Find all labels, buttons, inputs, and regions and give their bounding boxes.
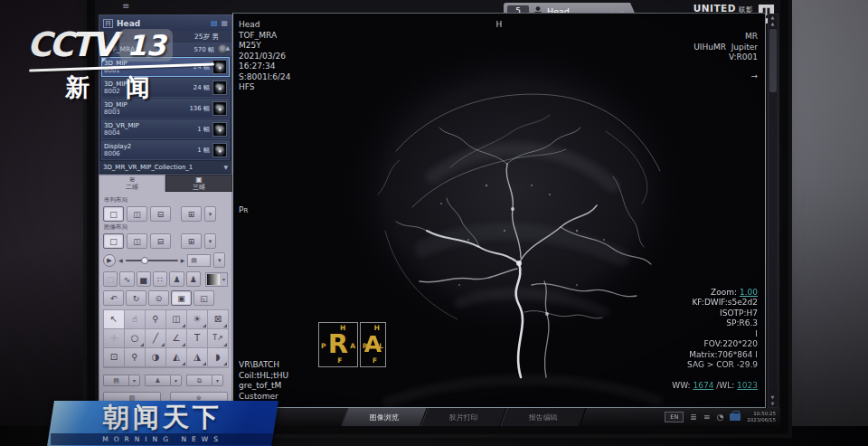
orientation-cube-a: A H R L F: [360, 322, 386, 367]
tab-film-print[interactable]: 胶片打印: [420, 408, 506, 426]
reset-view-icon[interactable]: ▢: [103, 271, 118, 287]
cine-end-icon[interactable]: ▶: [181, 257, 185, 263]
gradient-icon: [207, 274, 220, 285]
window-level-icon[interactable]: ☀: [187, 310, 208, 329]
program-title: 朝闻天下: [51, 401, 275, 433]
chevron-down-icon[interactable]: ▾: [170, 375, 182, 386]
tab-report-edit[interactable]: 报告编辑: [500, 408, 586, 426]
clipboard-icon[interactable]: ▣: [171, 290, 192, 306]
channel-number: 13: [119, 29, 173, 62]
rotate-loop-icon[interactable]: ↻: [126, 290, 146, 306]
ellipse-roi-icon[interactable]: ○: [125, 329, 146, 348]
cine-play-button[interactable]: ▶: [103, 254, 116, 267]
series-number: 8003: [104, 109, 186, 117]
angle-measure-icon[interactable]: ∠: [166, 329, 187, 348]
overlay-series-info: VR\BATCHCoil:tHL;tHUgre_tof_tMCustomer: [239, 360, 288, 402]
system-tray: EN ≣ ≡ ◔ 10:50:25 2023/06/15: [665, 408, 776, 426]
collection-row[interactable]: 3D_MR_VR_MIP_Collection_1 ▼: [99, 161, 231, 173]
layout-grid-icon[interactable]: ⊞: [181, 206, 202, 222]
clock-icon[interactable]: ◔: [716, 413, 723, 422]
chevron-down-icon[interactable]: ▾: [204, 206, 216, 222]
chevron-down-icon[interactable]: ▾: [204, 233, 216, 249]
tab-3d[interactable]: ▣ 三维: [165, 175, 232, 192]
overlay-system-info: MRUIHuMR JupiterV:R001 →: [693, 32, 758, 81]
caret-down-icon[interactable]: ▼: [223, 164, 228, 170]
histogram-icon[interactable]: ▅: [137, 271, 151, 287]
viewport-scrollbar[interactable]: ▲ ▲ ▼ ▼: [768, 14, 778, 408]
chevron-down-icon[interactable]: ▾: [213, 252, 225, 268]
overlay-patient-info: HeadTOF_MRAM25Y2021/03/2616:27:34S:8001I…: [239, 20, 291, 93]
scroll-up-icon[interactable]: ▲ ▲: [769, 14, 778, 27]
layout-1x2-icon[interactable]: ◫: [127, 233, 147, 249]
invert-icon[interactable]: ◑: [146, 348, 166, 367]
clock-datetime: 10:50:25 2023/06/15: [747, 411, 776, 423]
magnify-region-icon[interactable]: ◫: [166, 310, 187, 329]
tab-2d[interactable]: ≋ 二维: [99, 175, 165, 192]
waveform-icon[interactable]: ∿: [119, 271, 134, 287]
orientation-top-label: H: [496, 20, 503, 31]
delete-annotation-icon[interactable]: ⊠: [208, 310, 229, 329]
section-label-image-layout: 图像布局: [104, 223, 228, 232]
magnifier-box-icon[interactable]: ⊡: [104, 348, 125, 367]
flip-vertical-icon[interactable]: ◮: [187, 348, 208, 367]
cine-start-icon[interactable]: ◀: [118, 257, 123, 263]
series-name: 3D_VR_MIP: [104, 122, 194, 130]
language-indicator[interactable]: EN: [665, 412, 684, 422]
rotate-180-icon[interactable]: ◗: [208, 348, 229, 367]
line-measure-icon[interactable]: ╱: [146, 329, 166, 348]
layout-2x1-icon[interactable]: ⊟: [150, 206, 171, 222]
cine-speed-select[interactable]: ▤: [187, 254, 211, 267]
patient-pose-icon[interactable]: ♟: [169, 271, 184, 287]
orientation-cube-r: R H P A F: [318, 322, 358, 367]
tab-label: 二维: [126, 185, 138, 191]
channel-name: CCTV: [27, 25, 114, 64]
series-count: 1 幅: [197, 146, 210, 155]
colormap-select[interactable]: ▾: [205, 272, 228, 287]
menu-icon[interactable]: ≡: [703, 413, 711, 422]
cine-slider[interactable]: [126, 255, 178, 266]
menu-icon[interactable]: ≡: [122, 1, 129, 11]
slider-handle[interactable]: [141, 257, 148, 264]
cine-controls: ▶ ◀ ▶ ▤ ▾: [103, 252, 228, 268]
queue-list-icon[interactable]: ≣: [690, 413, 697, 422]
series-count: 136 幅: [189, 104, 210, 113]
export-icon[interactable]: ⧉: [186, 375, 212, 386]
scroll-down-icon[interactable]: ▼ ▼: [769, 394, 778, 407]
series-number: 8006: [104, 150, 194, 158]
tab-image-browse[interactable]: 图像浏览: [341, 408, 427, 426]
chevron-down-icon[interactable]: ▾: [212, 375, 223, 386]
crop-icon[interactable]: ◱: [193, 290, 214, 306]
text-annotation-icon[interactable]: T: [187, 329, 208, 348]
target-icon[interactable]: ⊙: [148, 290, 169, 306]
crosshair-icon[interactable]: ✛: [104, 329, 125, 348]
pan-hand-icon[interactable]: ☝: [125, 310, 146, 329]
layout-1x1-icon[interactable]: □: [103, 206, 124, 222]
patient-reorient-icon[interactable]: ♟: [186, 271, 201, 287]
chevron-down-icon[interactable]: ▾: [128, 375, 140, 386]
chevron-down-icon[interactable]: ▾: [221, 276, 227, 282]
series-item[interactable]: 3D_VR_MIP 8004 1 幅: [101, 119, 230, 139]
scrollbar-thumb[interactable]: [769, 29, 777, 92]
toolbox-icon[interactable]: [730, 413, 741, 421]
text-arrow-icon[interactable]: T↗: [208, 329, 229, 348]
tab-icon: ≋: [129, 176, 136, 184]
layout-1x2-icon[interactable]: ◫: [127, 206, 147, 222]
zoom-icon[interactable]: ⚲: [146, 310, 166, 329]
section-label-series-layout: 串列布局: [104, 196, 228, 204]
save-icon[interactable]: ▤: [103, 375, 128, 386]
flip-horizontal-icon[interactable]: ◭: [166, 348, 187, 367]
send-patient-icon[interactable]: ♟: [145, 375, 170, 386]
magnifier-icon[interactable]: ⚲: [125, 348, 146, 367]
image-viewport[interactable]: HeadTOF_MRAM25Y2021/03/2616:27:34S:8001I…: [232, 13, 766, 408]
layout-1x1-icon[interactable]: □: [103, 233, 124, 249]
rotate-ccw-icon[interactable]: ↶: [103, 290, 124, 306]
series-item[interactable]: Display2 8006 1 幅: [101, 140, 230, 160]
pixel-values-icon[interactable]: ∷: [153, 271, 167, 287]
layout-2x1-icon[interactable]: ⊟: [150, 233, 171, 249]
series-thumbnail: [212, 122, 227, 137]
cctv-logo: CCTV 13 新闻: [27, 25, 235, 104]
layout-grid-icon[interactable]: ⊞: [181, 233, 202, 249]
cursor-icon[interactable]: ↖: [104, 310, 125, 329]
overlay-params: Zoom: 1.00KF:DWIF:s5e2d2ISOTP:H7SP:R6.3I…: [646, 288, 758, 403]
series-thumbnail: [212, 143, 227, 157]
